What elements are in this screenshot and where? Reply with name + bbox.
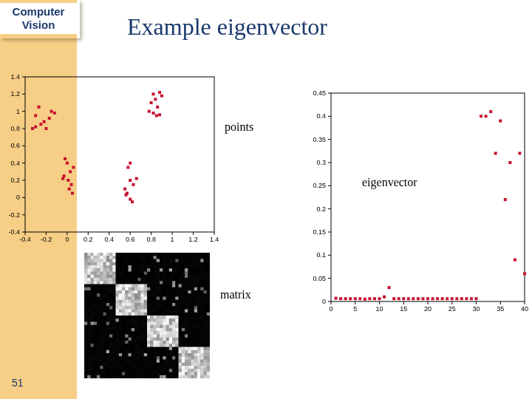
svg-rect-1452 <box>119 353 123 357</box>
svg-rect-1025 <box>160 318 163 322</box>
svg-rect-983 <box>154 316 157 319</box>
svg-rect-708 <box>169 293 173 297</box>
svg-rect-625 <box>160 287 163 291</box>
svg-rect-442 <box>87 275 91 279</box>
svg-rect-1319 <box>204 341 208 344</box>
svg-rect-170 <box>112 253 116 256</box>
svg-rect-51 <box>61 177 64 180</box>
svg-rect-72 <box>152 92 155 95</box>
svg-rect-379 <box>141 268 145 272</box>
svg-rect-1057 <box>134 322 138 326</box>
svg-rect-1619 <box>141 366 145 369</box>
svg-rect-1674 <box>188 369 191 372</box>
svg-rect-1288 <box>106 341 110 344</box>
svg-rect-887 <box>103 310 107 313</box>
svg-rect-1578 <box>137 363 141 366</box>
svg-rect-1723 <box>91 375 95 378</box>
svg-rect-563 <box>91 284 95 288</box>
svg-rect-1434 <box>188 350 191 354</box>
svg-rect-1088 <box>106 325 110 329</box>
svg-rect-605 <box>97 287 100 291</box>
svg-rect-503 <box>154 278 157 282</box>
svg-rect-1724 <box>94 375 98 378</box>
svg-rect-1299 <box>141 341 145 344</box>
svg-rect-1117 <box>197 325 201 329</box>
svg-rect-1279 <box>204 338 208 341</box>
svg-rect-1749 <box>172 375 176 378</box>
svg-rect-56 <box>63 174 66 177</box>
svg-rect-136 <box>412 297 415 300</box>
svg-rect-698 <box>137 293 141 297</box>
svg-rect-1725 <box>97 375 100 378</box>
svg-rect-844 <box>94 306 98 310</box>
svg-rect-1140 <box>144 328 148 332</box>
svg-rect-359 <box>204 265 208 269</box>
svg-rect-720 <box>207 293 210 297</box>
svg-rect-149 <box>475 297 478 300</box>
svg-rect-316 <box>194 262 198 266</box>
svg-rect-153 <box>494 151 497 154</box>
svg-rect-805 <box>97 303 100 307</box>
svg-rect-700 <box>144 293 148 297</box>
svg-rect-1425 <box>160 350 163 354</box>
svg-rect-48 <box>53 112 56 115</box>
svg-rect-1609 <box>109 366 113 369</box>
svg-rect-1086 <box>100 325 103 329</box>
svg-rect-362 <box>87 268 91 272</box>
svg-rect-1020 <box>144 318 148 322</box>
svg-rect-461 <box>147 275 151 279</box>
svg-rect-54 <box>69 170 72 173</box>
svg-rect-1030 <box>175 318 179 322</box>
svg-rect-735 <box>129 297 132 301</box>
svg-rect-293 <box>122 262 126 266</box>
svg-rect-881 <box>84 310 88 313</box>
svg-rect-357 <box>197 265 201 269</box>
svg-rect-1472 <box>182 353 185 357</box>
svg-rect-1282 <box>87 341 91 344</box>
svg-rect-502 <box>150 278 154 282</box>
svg-rect-1070 <box>175 322 179 326</box>
svg-rect-360 <box>207 265 210 269</box>
svg-rect-126 <box>364 298 366 301</box>
svg-rect-1678 <box>200 369 204 372</box>
svg-rect-1616 <box>132 366 135 369</box>
svg-rect-311 <box>179 262 183 266</box>
svg-rect-1455 <box>129 353 132 357</box>
svg-rect-548 <box>169 281 173 284</box>
svg-rect-134 <box>402 297 405 300</box>
svg-rect-1628 <box>169 366 173 369</box>
svg-rect-1173 <box>122 331 126 335</box>
svg-rect-942 <box>150 313 154 316</box>
svg-rect-612 <box>119 287 123 291</box>
svg-rect-1617 <box>134 366 138 369</box>
svg-rect-578 <box>137 284 141 288</box>
svg-rect-1368 <box>106 347 110 351</box>
svg-rect-556 <box>194 281 198 284</box>
svg-rect-281 <box>84 262 88 266</box>
svg-rect-1664 <box>157 369 160 372</box>
svg-rect-1506 <box>163 356 166 360</box>
svg-rect-1508 <box>169 356 173 360</box>
svg-rect-439 <box>204 272 208 276</box>
svg-rect-813 <box>122 303 126 307</box>
svg-rect-1647 <box>103 369 107 372</box>
svg-rect-637 <box>197 287 201 291</box>
svg-rect-187 <box>166 253 170 256</box>
svg-rect-1491 <box>116 356 120 360</box>
svg-rect-682 <box>87 293 91 297</box>
svg-rect-1294 <box>125 341 129 344</box>
svg-rect-1523 <box>91 360 95 364</box>
svg-rect-1527 <box>103 360 107 364</box>
svg-rect-1580 <box>144 363 148 366</box>
svg-rect-1335 <box>129 344 132 347</box>
svg-rect-1435 <box>191 350 195 354</box>
svg-rect-1174 <box>125 331 129 335</box>
svg-rect-1695 <box>129 372 132 376</box>
svg-rect-607 <box>103 287 107 291</box>
svg-rect-1001 <box>84 318 88 322</box>
svg-rect-1554 <box>188 360 191 364</box>
svg-rect-1181 <box>147 331 151 335</box>
svg-rect-246 <box>100 259 103 263</box>
svg-rect-211 <box>116 256 120 259</box>
svg-rect-739 <box>141 297 145 301</box>
